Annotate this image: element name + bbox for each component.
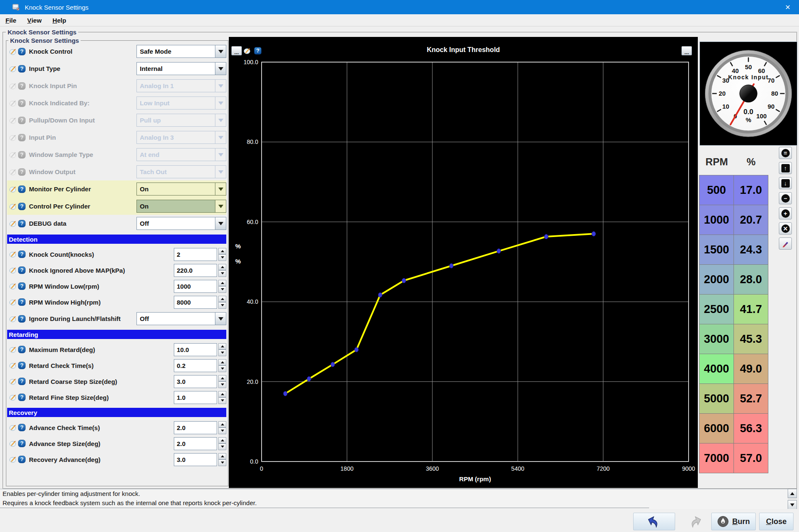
move-up-button[interactable]: ↑: [779, 162, 792, 174]
cell-rpm-3000[interactable]: 3000: [699, 324, 734, 354]
spinner-up-icon[interactable]: [218, 453, 226, 460]
edit-icon[interactable]: [9, 266, 17, 274]
spinner-down-icon[interactable]: [218, 270, 226, 277]
help-icon[interactable]: ?: [18, 48, 26, 55]
select-monitor-per-cylinder[interactable]: On: [136, 183, 226, 196]
help-icon[interactable]: ?: [18, 82, 26, 90]
chart-edit-icon[interactable]: [244, 47, 251, 55]
spinner-up-icon[interactable]: [218, 391, 226, 398]
chevron-down-icon[interactable]: [215, 217, 226, 229]
spinner-down-icon[interactable]: [218, 443, 226, 450]
help-icon[interactable]: ?: [18, 117, 26, 124]
scroll-up-icon[interactable]: [788, 489, 797, 498]
curve-point[interactable]: [402, 278, 406, 283]
select-knock-control[interactable]: Safe Mode: [136, 45, 226, 58]
edit-curve-button[interactable]: [779, 237, 792, 250]
spinner-up-icon[interactable]: [218, 437, 226, 444]
spinner-up-icon[interactable]: [218, 375, 226, 382]
cell-rpm-500[interactable]: 500: [699, 175, 734, 205]
edit-icon[interactable]: [9, 250, 17, 258]
cell-rpm-5000[interactable]: 5000: [699, 383, 734, 414]
spinner-down-icon[interactable]: [218, 302, 226, 309]
spinner-up-icon[interactable]: [218, 343, 226, 350]
edit-icon[interactable]: [9, 346, 17, 353]
edit-icon[interactable]: [9, 440, 17, 447]
spinner-value[interactable]: 220.0: [174, 264, 217, 277]
help-icon[interactable]: ?: [18, 394, 26, 401]
cell-rpm-2500[interactable]: 2500: [699, 294, 734, 324]
spinner-value[interactable]: 1000: [174, 280, 217, 293]
cell-pct-1000[interactable]: 20.7: [734, 205, 768, 235]
cell-pct-6000[interactable]: 56.3: [734, 413, 768, 443]
menu-help[interactable]: Help: [47, 14, 72, 26]
increment-button[interactable]: +: [779, 207, 792, 219]
select-input-type[interactable]: Internal: [136, 62, 226, 75]
spinner-up-icon[interactable]: [218, 421, 226, 428]
cell-rpm-2000[interactable]: 2000: [699, 264, 734, 295]
spinner-value[interactable]: 2: [174, 248, 217, 261]
edit-icon[interactable]: [9, 424, 17, 431]
spinner-up-icon[interactable]: [218, 296, 226, 303]
help-icon[interactable]: ?: [18, 378, 26, 385]
help-icon[interactable]: ?: [18, 134, 26, 141]
cell-pct-7000[interactable]: 57.0: [734, 443, 768, 473]
cell-rpm-1000[interactable]: 1000: [699, 205, 734, 235]
edit-icon[interactable]: [9, 282, 17, 290]
spinner-up-icon[interactable]: [218, 280, 226, 287]
edit-icon[interactable]: [9, 456, 17, 463]
edit-icon[interactable]: [9, 117, 17, 124]
knock-threshold-curve[interactable]: 0.020.040.060.080.0100.00180036005400720…: [229, 37, 698, 488]
chart-help-icon[interactable]: ?: [254, 47, 262, 55]
curve-point[interactable]: [355, 347, 359, 352]
edit-icon[interactable]: [9, 134, 17, 141]
help-icon[interactable]: ?: [18, 203, 26, 210]
help-icon[interactable]: ?: [18, 440, 26, 447]
edit-icon[interactable]: [9, 168, 17, 176]
help-icon[interactable]: ?: [18, 298, 26, 306]
help-icon[interactable]: ?: [18, 151, 26, 159]
select-ignore-during-launch-flatshift[interactable]: Off: [136, 312, 226, 325]
cell-rpm-6000[interactable]: 6000: [699, 413, 734, 443]
menu-file[interactable]: File: [0, 14, 22, 26]
help-icon[interactable]: ?: [18, 362, 26, 369]
spinner-value[interactable]: 3.0: [174, 375, 217, 388]
spinner-down-icon[interactable]: [218, 365, 226, 372]
decrement-button[interactable]: −: [779, 192, 792, 204]
curve-point[interactable]: [450, 263, 453, 268]
chevron-down-icon[interactable]: [215, 63, 226, 75]
spinner-down-icon[interactable]: [218, 381, 226, 388]
cell-pct-2500[interactable]: 41.7: [734, 294, 768, 324]
edit-icon[interactable]: [9, 65, 17, 73]
help-icon[interactable]: ?: [18, 65, 26, 73]
edit-icon[interactable]: [9, 362, 17, 369]
scroll-down-icon[interactable]: [788, 500, 797, 509]
help-icon[interactable]: ?: [18, 424, 26, 431]
spinner-up-icon[interactable]: [218, 264, 226, 271]
spinner-value[interactable]: 1.0: [174, 391, 217, 404]
curve-point[interactable]: [331, 362, 335, 367]
help-icon[interactable]: ?: [18, 220, 26, 227]
cell-rpm-1500[interactable]: 1500: [699, 235, 734, 265]
chevron-down-icon[interactable]: [215, 45, 226, 57]
menu-view[interactable]: View: [22, 14, 47, 26]
cell-pct-3000[interactable]: 45.3: [734, 324, 768, 354]
equalize-button[interactable]: =: [779, 147, 792, 159]
help-icon[interactable]: ?: [18, 250, 26, 258]
spinner-up-icon[interactable]: [218, 359, 226, 366]
curve-point[interactable]: [283, 391, 287, 396]
cell-pct-2000[interactable]: 28.0: [734, 264, 768, 295]
help-icon[interactable]: ?: [18, 99, 26, 107]
curve-point[interactable]: [497, 249, 501, 253]
chart-options-button-right[interactable]: ...: [681, 46, 692, 55]
help-icon[interactable]: ?: [18, 346, 26, 353]
burn-button[interactable]: Burn: [711, 513, 756, 530]
help-icon[interactable]: ?: [18, 168, 26, 176]
cell-pct-5000[interactable]: 52.7: [734, 383, 768, 414]
select-control-per-cylinder[interactable]: On: [136, 200, 226, 213]
cell-rpm-4000[interactable]: 4000: [699, 354, 734, 384]
cell-pct-1500[interactable]: 24.3: [734, 235, 768, 265]
spinner-value[interactable]: 10.0: [174, 343, 217, 356]
delete-button[interactable]: ✕: [779, 222, 792, 235]
spinner-value[interactable]: 3.0: [174, 453, 217, 466]
help-icon[interactable]: ?: [18, 456, 26, 463]
